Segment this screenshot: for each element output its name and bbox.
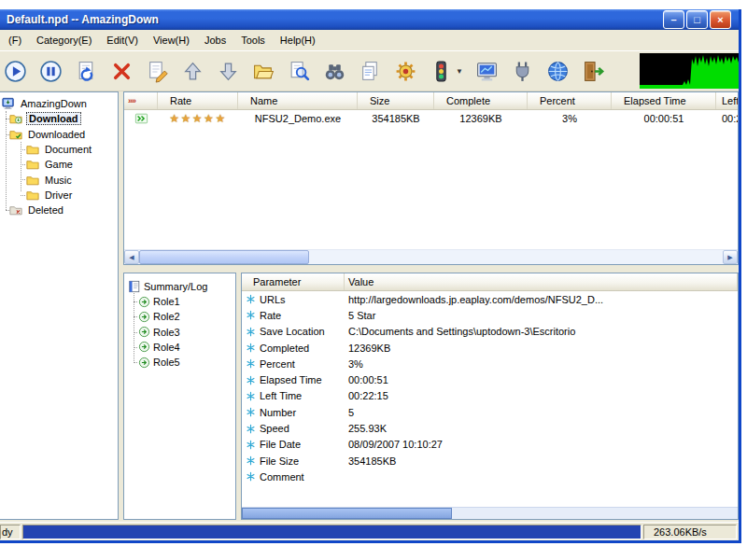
menu-item-tools[interactable]: Tools	[233, 32, 273, 49]
column-header-name[interactable]: Name	[238, 92, 358, 109]
menu-item-f[interactable]: (F)	[1, 32, 29, 49]
options-button[interactable]	[393, 59, 418, 84]
category-item-label: Music	[43, 175, 74, 186]
search-button[interactable]	[322, 59, 347, 84]
category-item-downloaded[interactable]: Downloaded	[0, 127, 118, 142]
category-item-driver[interactable]: Driver	[0, 188, 118, 203]
menu-item-categorye[interactable]: Category(E)	[29, 32, 99, 49]
start-button[interactable]	[3, 59, 28, 84]
log-item-role5[interactable]: Role5	[124, 355, 235, 370]
parameter-name: Elapsed Time	[242, 374, 345, 385]
parameter-row[interactable]: Percent3%	[242, 356, 738, 371]
cell-size: 354185KB	[358, 113, 434, 124]
category-item-deleted[interactable]: Deleted	[0, 203, 118, 217]
website-button[interactable]	[545, 59, 571, 84]
horizontal-splitter[interactable]	[123, 265, 739, 273]
parameter-name-label: File Date	[260, 439, 301, 450]
scheduler-dropdown-button[interactable]: ▼	[456, 67, 464, 76]
scroll-right-button[interactable]: ▶	[723, 250, 738, 264]
column-header-left[interactable]: Left Time	[716, 92, 739, 109]
parameter-row[interactable]: File Date08/09/2007 10:10:27	[242, 437, 738, 453]
parameter-row[interactable]: File Size354185KB	[242, 453, 738, 469]
pause-icon	[39, 60, 63, 83]
column-header-size[interactable]: Size	[358, 92, 434, 109]
category-item-music[interactable]: Music	[0, 172, 118, 187]
move-down-button[interactable]	[216, 59, 241, 84]
category-icon	[252, 60, 275, 83]
parameter-value: http://largedownloads.jp.eaplay.com/demo…	[345, 294, 738, 305]
status-ready-text: dy	[0, 525, 21, 539]
parameter-row[interactable]: URLshttp://largedownloads.jp.eaplay.com/…	[242, 291, 738, 307]
category-root[interactable]: AmazingDown	[0, 96, 118, 111]
category-item-document[interactable]: Document	[0, 142, 118, 157]
parameter-value: 12369KB	[345, 343, 738, 354]
scroll-left-button[interactable]: ◀	[124, 250, 139, 264]
parameter-name-label: Number	[260, 407, 296, 418]
pause-button[interactable]	[38, 59, 63, 84]
parameter-row[interactable]: Number5	[242, 404, 738, 420]
column-header-complete[interactable]: Complete	[434, 92, 528, 109]
menu-item-viewh[interactable]: View(H)	[146, 32, 197, 49]
maximize-button[interactable]: □	[686, 10, 708, 29]
parameter-scroll-thumb[interactable]	[242, 508, 452, 519]
log-item-role1[interactable]: Role1	[124, 294, 235, 309]
parameter-value: 00:00:51	[345, 374, 738, 385]
log-item-role2[interactable]: Role2	[124, 309, 235, 324]
category-item-label: Downloaded	[26, 129, 87, 140]
menu-item-jobs[interactable]: Jobs	[197, 32, 233, 49]
copy-button[interactable]	[358, 59, 383, 84]
parameter-row[interactable]: Speed255.93K	[242, 420, 738, 436]
title-bar[interactable]: Default.npd -- AmazingDown –□×	[0, 9, 739, 30]
start-icon	[4, 60, 27, 83]
menu-item-helph[interactable]: Help(H)	[273, 32, 323, 49]
parameter-row[interactable]: Save LocationC:\Documents and Settings\u…	[242, 324, 738, 340]
connection-button[interactable]	[510, 59, 535, 84]
download-list-header: »»RateNameSizeCompletePercentElapsed Tim…	[124, 92, 738, 110]
preview-button[interactable]	[287, 59, 312, 84]
download-list-hscrollbar[interactable]: ◀ ▶	[124, 249, 738, 264]
website-icon	[546, 60, 570, 83]
parameter-row[interactable]: Comment	[242, 469, 738, 484]
category-tree-panel: AmazingDownDownloadDownloadedDocumentGam…	[0, 91, 119, 520]
category-item-game[interactable]: Game	[0, 157, 118, 172]
param-column-header-value[interactable]: Value	[345, 273, 738, 290]
cell-rate: ★★★★★	[158, 112, 238, 125]
column-header-elapsed[interactable]: Elapsed Time	[612, 92, 716, 109]
log-item-role3[interactable]: Role3	[124, 325, 235, 340]
move-up-button[interactable]	[180, 59, 205, 84]
toolbar: ▼	[0, 50, 739, 91]
state-icon	[134, 112, 148, 125]
parameter-row[interactable]: Elapsed Time00:00:51	[242, 371, 738, 387]
scheduler-button[interactable]	[429, 59, 454, 84]
scroll-thumb[interactable]	[139, 250, 309, 264]
parameter-value: 00:22:15	[345, 390, 738, 401]
parameter-name: Save Location	[242, 326, 345, 337]
log-root[interactable]: Summary/Log	[124, 279, 235, 294]
category-button[interactable]	[251, 59, 276, 84]
column-header-state[interactable]: »»	[124, 92, 158, 109]
redownload-button[interactable]	[74, 59, 99, 84]
category-item-download[interactable]: Download	[0, 111, 118, 126]
cell-elapsed: 00:00:51	[612, 113, 716, 124]
column-header-percent[interactable]: Percent	[528, 92, 612, 109]
parameter-row[interactable]: Completed12369KB	[242, 340, 738, 356]
app-icon	[2, 97, 15, 110]
log-item-role4[interactable]: Role4	[124, 340, 235, 355]
parameter-hscrollbar[interactable]	[242, 507, 738, 519]
download-row[interactable]: ★★★★★NFSU2_Demo.exe354185KB12369KB3%00:0…	[124, 110, 738, 127]
exit-button[interactable]	[581, 59, 606, 84]
close-button[interactable]: ×	[710, 10, 731, 29]
new-job-button[interactable]	[145, 59, 170, 84]
minimize-button[interactable]: –	[663, 10, 684, 29]
param-column-header-parameter[interactable]: Parameter	[242, 273, 345, 290]
folder-icon	[26, 143, 39, 156]
column-header-rate[interactable]: Rate	[158, 92, 238, 109]
menu-item-editv[interactable]: Edit(V)	[99, 32, 146, 49]
log-item-label: Role5	[153, 357, 180, 368]
parameter-row[interactable]: Left Time00:22:15	[242, 388, 738, 404]
category-item-label: Document	[43, 144, 93, 155]
category-item-label: Game	[43, 159, 75, 170]
remote-button[interactable]	[474, 59, 500, 84]
parameter-row[interactable]: Rate5 Star	[242, 307, 738, 323]
delete-button[interactable]	[109, 59, 134, 84]
